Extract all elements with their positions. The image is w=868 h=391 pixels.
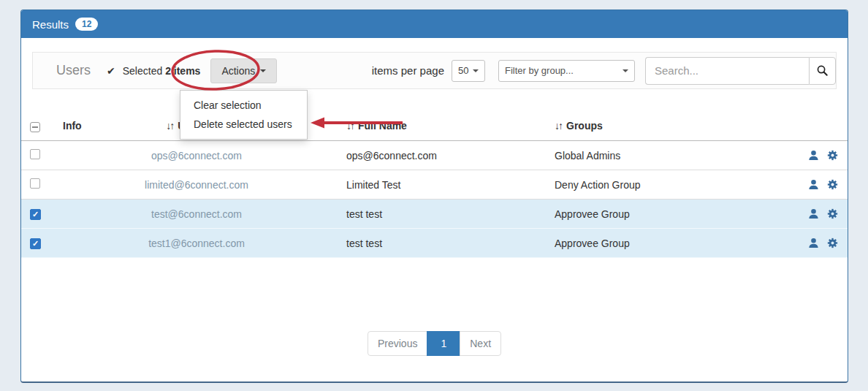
caret-down-icon xyxy=(623,69,628,72)
groups-cell: Approvee Group xyxy=(496,238,774,249)
selected-count: 2 items xyxy=(165,65,200,77)
per-page-select[interactable]: 50 xyxy=(452,60,485,82)
row-checkbox[interactable] xyxy=(30,178,40,189)
row-checkbox[interactable]: ✓ xyxy=(30,238,41,249)
table-row: limited@6connect.com Limited Test Deny A… xyxy=(21,170,848,200)
actions-button[interactable]: Actions xyxy=(210,58,277,83)
user-icon[interactable] xyxy=(807,237,820,249)
fullname-cell: Limited Test xyxy=(277,179,496,191)
toolbar: Users ✔ Selected 2 items Actions items p… xyxy=(32,52,837,89)
fullname-cell: test test xyxy=(277,208,496,220)
table-row: ✓ test1@6connect.com test test Approvee … xyxy=(21,229,848,258)
groups-cell: Approvee Group xyxy=(496,208,774,220)
selected-label: Selected xyxy=(123,65,162,77)
header-groups[interactable]: ↓↑Groups xyxy=(496,120,774,132)
sort-icon: ↓↑ xyxy=(346,120,354,132)
username-link[interactable]: test@6connect.com xyxy=(151,208,242,220)
user-icon[interactable] xyxy=(807,208,820,220)
sort-icon: ↓↑ xyxy=(166,120,173,132)
table-row: ops@6connect.com ops@6connect.com Global… xyxy=(21,141,848,170)
section-title: Users xyxy=(56,63,91,78)
panel-header: Results 12 xyxy=(21,10,848,38)
user-icon[interactable] xyxy=(807,149,820,162)
actions-dropdown-menu: Clear selection Delete selected users xyxy=(180,90,308,140)
gear-icon[interactable] xyxy=(826,208,839,220)
caret-down-icon xyxy=(260,69,266,72)
selection-status: Selected 2 items xyxy=(123,65,201,77)
indeterminate-checkbox-icon xyxy=(32,126,38,128)
results-count-badge: 12 xyxy=(75,18,98,31)
actions-button-label: Actions xyxy=(221,65,255,77)
row-checkbox[interactable]: ✓ xyxy=(30,209,41,220)
pagination-current-page[interactable]: 1 xyxy=(427,331,460,356)
search-group xyxy=(645,57,836,85)
groups-cell: Deny Action Group xyxy=(496,179,774,191)
user-icon[interactable] xyxy=(807,178,820,191)
group-filter-value: Filter by group... xyxy=(505,65,574,76)
username-link[interactable]: ops@6connect.com xyxy=(151,150,242,162)
check-icon: ✔ xyxy=(107,65,115,77)
pagination-previous[interactable]: Previous xyxy=(368,331,427,356)
menu-item-delete-selected-users[interactable]: Delete selected users xyxy=(180,115,307,134)
items-per-page-label: items per page xyxy=(372,64,444,77)
row-checkbox[interactable] xyxy=(30,149,40,159)
gear-icon[interactable] xyxy=(826,149,839,162)
groups-cell: Global Admins xyxy=(496,150,774,162)
fullname-cell: ops@6connect.com xyxy=(277,150,496,162)
caret-down-icon xyxy=(473,69,479,72)
username-link[interactable]: limited@6connect.com xyxy=(145,179,248,191)
per-page-value: 50 xyxy=(458,65,468,76)
toolbar-right: items per page 50 Filter by group... xyxy=(372,57,836,85)
pagination-next[interactable]: Next xyxy=(460,331,501,356)
select-all-checkbox[interactable] xyxy=(30,122,40,132)
username-link[interactable]: test1@6connect.com xyxy=(148,238,245,249)
results-panel: Results 12 Users ✔ Selected 2 items Acti… xyxy=(20,10,848,383)
table-row: ✓ test@6connect.com test test Approvee G… xyxy=(21,200,848,229)
group-filter-select[interactable]: Filter by group... xyxy=(498,60,635,82)
table-header-row: Info ↓↑Username ↓↑Full Name ↓↑Groups xyxy=(21,110,848,141)
header-info: Info xyxy=(54,120,116,132)
page-title: Results xyxy=(32,18,69,31)
search-input[interactable] xyxy=(645,57,809,85)
search-icon xyxy=(816,64,829,77)
gear-icon[interactable] xyxy=(826,178,839,191)
gear-icon[interactable] xyxy=(826,237,839,249)
fullname-cell: test test xyxy=(277,238,496,249)
menu-item-clear-selection[interactable]: Clear selection xyxy=(180,96,307,115)
header-fullname[interactable]: ↓↑Full Name xyxy=(277,120,496,132)
pagination: Previous 1 Next xyxy=(21,331,848,356)
search-button[interactable] xyxy=(809,57,836,85)
sort-icon: ↓↑ xyxy=(555,120,562,132)
